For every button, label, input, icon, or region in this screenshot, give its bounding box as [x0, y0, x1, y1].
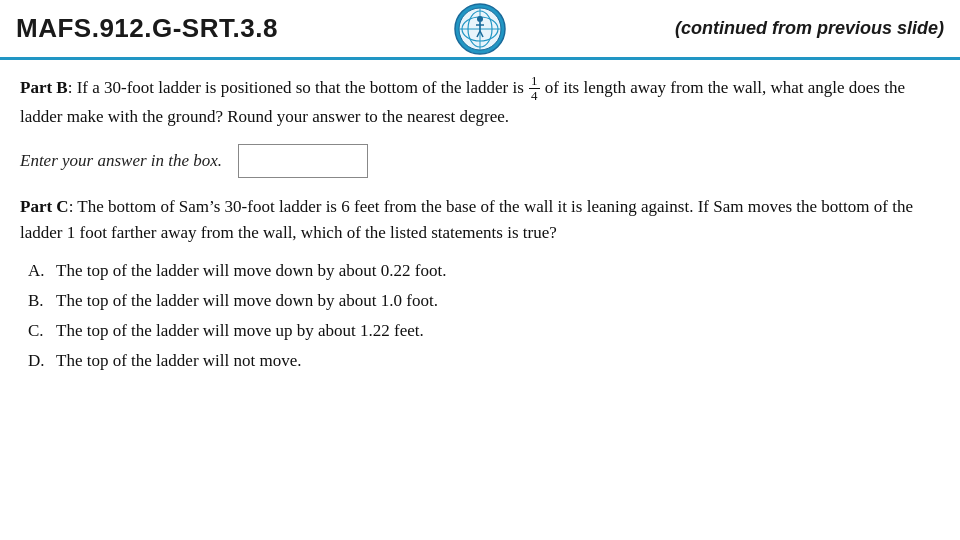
answer-row: Enter your answer in the box. [20, 144, 940, 178]
list-item: A.The top of the ladder will move down b… [28, 257, 940, 285]
continued-label: (continued from previous slide) [675, 18, 944, 39]
list-item: C.The top of the ladder will move up by … [28, 317, 940, 345]
option-text-3: The top of the ladder will not move. [56, 347, 302, 375]
page-title: MAFS.912.G-SRT.3.8 [16, 13, 278, 44]
part-c-block: Part C: The bottom of Sam’s 30-foot ladd… [20, 194, 940, 247]
option-letter-0: A. [28, 257, 56, 285]
fraction-numerator: 1 [529, 74, 540, 89]
svg-point-6 [477, 16, 483, 22]
answer-prompt: Enter your answer in the box. [20, 151, 222, 171]
main-content: Part B: If a 30-foot ladder is positione… [0, 60, 960, 387]
option-letter-1: B. [28, 287, 56, 315]
logo [454, 3, 506, 55]
list-item: D.The top of the ladder will not move. [28, 347, 940, 375]
header: MAFS.912.G-SRT.3.8 (continued from previ… [0, 0, 960, 60]
option-text-0: The top of the ladder will move down by … [56, 257, 446, 285]
part-b-text1: : If a 30-foot ladder is positioned so t… [68, 78, 524, 97]
fraction-denominator: 4 [529, 89, 540, 103]
option-letter-3: D. [28, 347, 56, 375]
part-b-label: Part B [20, 78, 68, 97]
option-letter-2: C. [28, 317, 56, 345]
options-list: A.The top of the ladder will move down b… [20, 257, 940, 375]
part-b-block: Part B: If a 30-foot ladder is positione… [20, 74, 940, 130]
part-c-text: : The bottom of Sam’s 30-foot ladder is … [20, 197, 913, 242]
list-item: B.The top of the ladder will move down b… [28, 287, 940, 315]
part-c-label: Part C [20, 197, 69, 216]
answer-input[interactable] [238, 144, 368, 178]
option-text-1: The top of the ladder will move down by … [56, 287, 438, 315]
fraction-one-quarter: 1 4 [529, 74, 540, 104]
option-text-2: The top of the ladder will move up by ab… [56, 317, 424, 345]
